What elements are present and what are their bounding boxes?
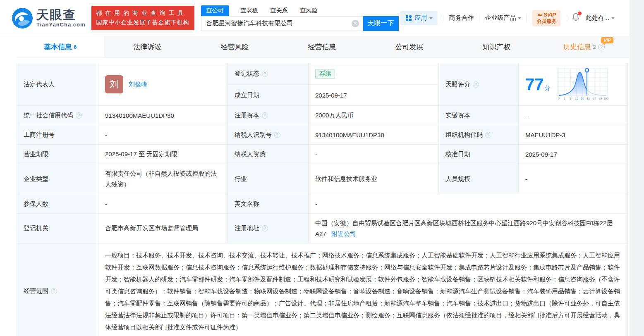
field-value-industry: 软件和信息技术服务业 [309,164,439,194]
tab-operating-risk[interactable]: 经营风险 [191,36,278,57]
field-label-reg-status: 登记状态? [228,63,309,85]
nearby-companies-link[interactable]: 附近公司 [331,230,356,237]
logo-subtitle: TianYanCha.com [36,21,86,28]
svg-text:97: 97 [593,97,596,100]
promo-line2: 国家中小企业发展子基金旗下机构 [96,19,189,26]
field-value-reg-status: 存续 [309,63,439,85]
tab-intellectual-property[interactable]: 知识产权 [453,36,540,57]
help-icon[interactable]: ? [76,112,82,119]
promo-line1: 都 在 用 的 商 业 查 询 工 具 [96,10,189,17]
field-value-taxpayer-no: 91340100MAEUU1DP30 [309,125,439,145]
table-row: 企业类型 有限责任公司（非自然人投资或控股的法人独资） 行业 软件和信息技术服务… [17,164,628,194]
field-label-term: 营业期限 [17,145,98,164]
score-marker-pin [585,69,588,72]
field-label-legal-rep: 法定代表人 [17,63,98,106]
field-value-uscc: 91340100MAEUU1DP30 [98,106,228,125]
apps-menu[interactable]: 应用 [400,11,438,25]
score-unit: 分 [545,85,551,91]
field-value-business-scope: 一般项目：技术服务、技术开发、技术咨询、技术交流、技术转让、技术推广；网络技术服… [98,243,628,336]
legal-rep-link[interactable]: 刘俊峰 [129,81,147,88]
vip-badge: VIP [601,37,613,43]
svg-text:3: 3 [570,97,571,100]
business-scope-text: 一般项目：技术服务、技术开发、技术咨询、技术交流、技术转让、技术推广；网络技术服… [105,249,621,333]
field-value-legal-rep: 刘 刘俊峰 [98,63,228,106]
field-label-approval-date: 核准日期 [439,145,519,164]
help-icon[interactable]: ? [274,132,280,138]
tab-count: 2 [593,44,596,50]
section-tabs: 基本信息 6 法律诉讼 经营风险 经营信息 公司发展 知识产权 VIP 历史信息… [17,36,629,58]
field-value-approval-date: 2025-09-17 [519,145,628,164]
enterprise-products-link[interactable]: 企业级产品 [485,14,521,22]
field-label-english-name: 英文名称 [228,194,309,214]
tab-operating-info[interactable]: 经营信息 [278,36,366,57]
search-tab-relation[interactable]: 查关系 [270,5,289,16]
chevron-down-icon [518,17,521,19]
tab-history-info[interactable]: VIP 历史信息 2 ? [540,36,627,57]
divider [443,15,443,21]
table-row: 工商注册号 - 纳税人识别号? 91340100MAEUU1DP30 组织机构代… [17,125,628,145]
logo-title: 天眼查 [36,8,86,21]
notifications-button[interactable] [572,13,580,24]
field-value-reg-address: 中国（安徽）自由贸易试验区合肥片区高新区块城西桥社区服务中心望江西路920号中安… [309,214,628,243]
avatar[interactable]: 刘 [105,75,123,93]
field-value-reg-capital: 2000万人民币 [309,106,439,125]
field-value-reg-authority: 合肥市高新开发区市场监督管理局 [98,214,228,243]
field-value-reg-no: - [98,125,228,145]
notification-dot [578,12,582,15]
field-label-insured: 参保人数 [17,194,98,214]
apps-label: 应用 [414,14,427,22]
svg-text:50: 50 [581,97,584,100]
field-value-paid-capital: - [519,106,628,125]
help-icon[interactable]: ? [51,288,57,294]
field-label-reg-capital: 注册资本? [228,106,309,125]
table-row: 登记机关 合肥市高新开发区市场监督管理局 注册地址? 中国（安徽）自由贸易试验区… [17,214,628,243]
field-label-score: 天眼评分? [439,63,519,106]
field-value-established: 2025-09-17 [309,85,439,106]
field-label-reg-address: 注册地址? [228,214,309,243]
help-icon[interactable]: ? [473,81,479,88]
field-label-uscc: 统一社会信用代码? [17,106,98,125]
clear-icon[interactable]: ✕ [352,20,359,27]
table-row: 统一社会信用代码? 91340100MAEUU1DP30 注册资本? 2000万… [17,106,628,125]
tab-legal-proceedings[interactable]: 法律诉讼 [104,36,191,57]
status-badge: 存续 [315,69,335,79]
field-value-taxpayer-quality: - [309,145,439,164]
chevron-down-icon [611,17,615,19]
user-account-menu[interactable]: 此处有... [585,14,615,22]
search-tab-company[interactable]: 查公司 [201,5,229,16]
help-icon[interactable]: ? [262,112,268,119]
table-row: 法定代表人 刘 刘俊峰 登记状态? 存续 天眼评分? [17,63,628,85]
username: 此处有... [585,14,609,22]
promo-banner: 都 在 用 的 商 业 查 询 工 具 国家中小企业发展子基金旗下机构 [91,6,194,30]
field-value-english-name: - [309,194,628,214]
field-value-staff-size: - [519,164,628,194]
tab-company-development[interactable]: 公司发展 [366,36,453,57]
help-icon[interactable]: ? [262,71,268,77]
table-row: 经营范围? 一般项目：技术服务、技术开发、技术咨询、技术交流、技术转让、技术推广… [17,243,628,336]
business-cooperation-link[interactable]: 商务合作 [449,14,474,22]
table-row: 参保人数 - 英文名称 - [17,194,628,214]
divider [479,15,479,21]
svip-member-badge[interactable]: SVIP 会员服务 [532,10,560,26]
svg-text:99: 99 [599,97,602,100]
help-icon[interactable]: ? [262,225,268,231]
tianyancha-logo-icon [12,7,33,29]
address-text: 中国（安徽）自由贸易试验区合肥片区高新区块城西桥社区服务中心望江西路920号中安… [315,219,613,237]
search-tab-boss[interactable]: 查老板 [240,5,259,16]
basic-info-section: 法定代表人 刘 刘俊峰 登记状态? 存续 天眼评分? [17,63,627,336]
top-header: 天眼查 TianYanCha.com 都 在 用 的 商 业 查 询 工 具 国… [0,0,630,36]
field-label-paid-capital: 实缴资本 [439,106,519,125]
search-tab-risk[interactable]: 查风险 [299,5,318,16]
help-icon[interactable]: ? [485,132,491,138]
apps-grid-icon [405,15,412,21]
search-input[interactable] [201,16,363,31]
svg-text:15: 15 [575,97,578,100]
field-label-taxpayer-quality: 纳税人资质 [228,145,309,164]
header-right-nav: 应用 商务合作 企业级产品 SVIP 会员服务 [400,10,630,26]
search-button[interactable]: 天眼一下 [363,16,399,31]
logo[interactable]: 天眼查 TianYanCha.com [12,7,86,29]
divider [527,15,527,21]
tab-basic-info[interactable]: 基本信息 6 [17,36,104,57]
svg-text:0: 0 [558,97,560,100]
field-label-reg-no: 工商注册号 [17,125,98,145]
